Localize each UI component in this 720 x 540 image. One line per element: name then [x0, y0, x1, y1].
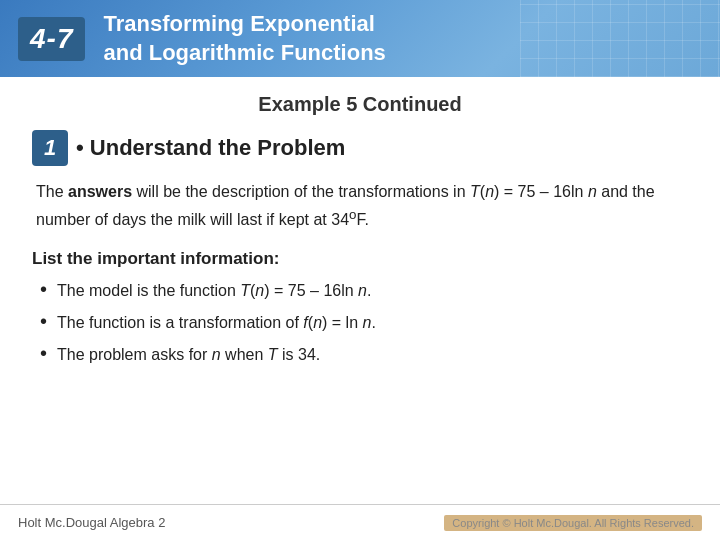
- list-item: • The problem asks for n when T is 34.: [40, 343, 688, 367]
- header-title-line1: Transforming Exponential: [103, 11, 374, 36]
- main-content: Example 5 Continued 1 • Understand the P…: [0, 77, 720, 385]
- bullet-dot-3: •: [40, 343, 47, 363]
- list-item: • The function is a transformation of f(…: [40, 311, 688, 335]
- bullet-dot-2: •: [40, 311, 47, 331]
- footer-copyright: Copyright © Holt Mc.Dougal. All Rights R…: [444, 515, 702, 531]
- body-paragraph: The answers will be the description of t…: [32, 180, 688, 233]
- header-title-line2: and Logarithmic Functions: [103, 40, 385, 65]
- bullet-dot-1: •: [40, 279, 47, 299]
- answers-bold: answers: [68, 183, 132, 200]
- header: 4-7 Transforming Exponential and Logarit…: [0, 0, 720, 77]
- bullet-text-1: The model is the function T(n) = 75 – 16…: [57, 279, 371, 303]
- example-title: Example 5 Continued: [32, 93, 688, 116]
- step-label-text: Understand the Problem: [90, 135, 345, 160]
- function-T: T: [470, 183, 480, 200]
- footer-publisher: Holt Mc.Dougal Algebra 2: [18, 515, 165, 530]
- step-header: 1 • Understand the Problem: [32, 130, 688, 166]
- var-n-2: n: [588, 183, 597, 200]
- list-header: List the important information:: [32, 249, 688, 269]
- bullet-separator: •: [76, 135, 90, 160]
- step-number-badge: 1: [32, 130, 68, 166]
- header-title: Transforming Exponential and Logarithmic…: [103, 10, 385, 67]
- bullet-text-2: The function is a transformation of f(n)…: [57, 311, 376, 335]
- bullet-list: • The model is the function T(n) = 75 – …: [32, 279, 688, 367]
- var-n-1: n: [485, 183, 494, 200]
- footer: Holt Mc.Dougal Algebra 2 Copyright © Hol…: [0, 504, 720, 540]
- bullet-text-3: The problem asks for n when T is 34.: [57, 343, 320, 367]
- step-label: • Understand the Problem: [76, 135, 345, 161]
- section-badge: 4-7: [18, 17, 85, 61]
- list-item: • The model is the function T(n) = 75 – …: [40, 279, 688, 303]
